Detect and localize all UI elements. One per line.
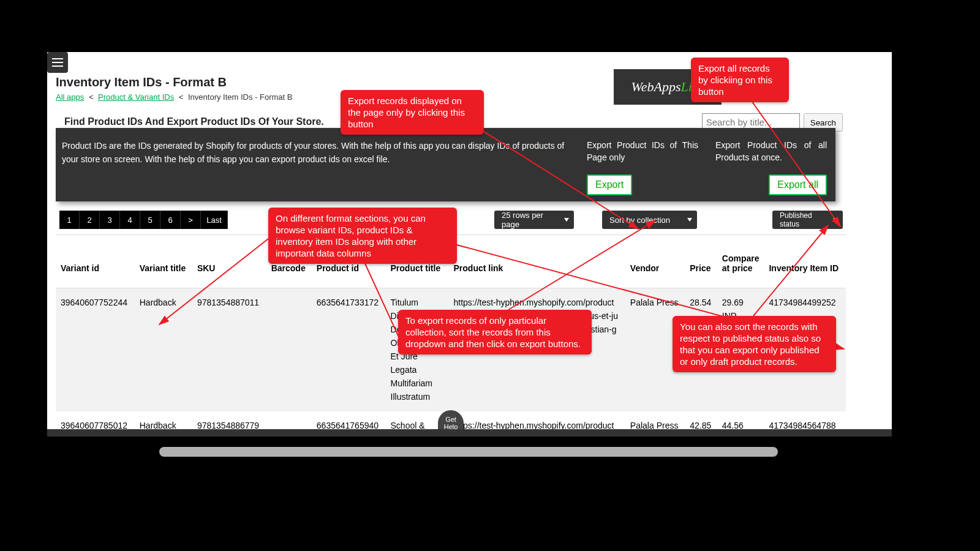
th-variant-title[interactable]: Variant title	[135, 235, 192, 288]
page-subheading: Find Product IDs And Export Product IDs …	[64, 116, 324, 127]
info-description: Product IDs are the IDs generated by Sho…	[56, 128, 578, 201]
export-page-column: Export Product IDs of This Page only Exp…	[578, 128, 707, 201]
breadcrumb-sep: <	[179, 92, 184, 102]
callout-export-all: Export all records by clickiing on this …	[691, 58, 789, 102]
callout-export-page: Export records displayed on the page onl…	[341, 90, 484, 135]
sort-by-collection-select[interactable]: Sort by collection	[602, 211, 697, 229]
export-all-column: Export Product IDs of all Products at on…	[707, 128, 835, 201]
pager-2[interactable]: 2	[80, 211, 100, 229]
callout-published-sort: You can also sort the records with respe…	[673, 316, 836, 372]
pager-5[interactable]: 5	[140, 211, 160, 229]
breadcrumb-sep: <	[89, 92, 94, 102]
pager-next[interactable]: >	[181, 211, 201, 229]
page-title: Inventory Item IDs - Format B	[56, 75, 227, 89]
breadcrumb: All apps < Product & Variant IDs < Inven…	[56, 92, 292, 102]
export-page-heading: Export Product IDs of This Page only	[587, 139, 698, 163]
th-price[interactable]: Price	[685, 235, 717, 288]
cell-variant-id: 39640607752244	[56, 288, 135, 411]
th-compare[interactable]: Compare at price	[717, 235, 764, 288]
pager-3[interactable]: 3	[100, 211, 120, 229]
th-product-link[interactable]: Product link	[449, 235, 625, 288]
pager-last[interactable]: Last	[201, 211, 228, 229]
cell-product-id: 6635641733172	[312, 288, 386, 411]
cell-variant-title: Hardback	[135, 288, 192, 411]
published-status-select[interactable]: Published status	[772, 211, 843, 229]
breadcrumb-all-apps[interactable]: All apps	[56, 92, 84, 102]
th-variant-id[interactable]: Variant id	[56, 235, 135, 288]
export-all-heading: Export Product IDs of all Products at on…	[715, 139, 827, 163]
pager-4[interactable]: 4	[120, 211, 140, 229]
cell-sku: 9781354887011	[192, 288, 266, 411]
th-sku[interactable]: SKU	[192, 235, 266, 288]
pager-6[interactable]: 6	[160, 211, 181, 229]
callout-formats: On different format sections, you can br…	[268, 208, 457, 264]
rows-per-page-select[interactable]: 25 rows per page	[494, 211, 574, 229]
export-page-button[interactable]: Export	[587, 174, 632, 195]
th-inventory[interactable]: Inventory Item ID	[764, 235, 846, 288]
callout-collection-sort: To export records of only particular col…	[398, 310, 592, 354]
breadcrumb-current: Inventory Item IDs - Format B	[188, 92, 293, 102]
export-all-button[interactable]: Export all	[769, 174, 827, 195]
cell-barcode	[266, 288, 312, 411]
breadcrumb-product-variant[interactable]: Product & Variant IDs	[98, 92, 174, 102]
horizontal-scrollbar-thumb[interactable]	[159, 447, 778, 457]
footer-bar	[47, 429, 892, 437]
info-export-bar: Product IDs are the IDs generated by Sho…	[56, 128, 835, 201]
pager: 1 2 3 4 5 6 > Last	[59, 211, 228, 229]
th-vendor[interactable]: Vendor	[625, 235, 685, 288]
hamburger-button[interactable]	[47, 52, 68, 73]
pager-1[interactable]: 1	[59, 211, 80, 229]
